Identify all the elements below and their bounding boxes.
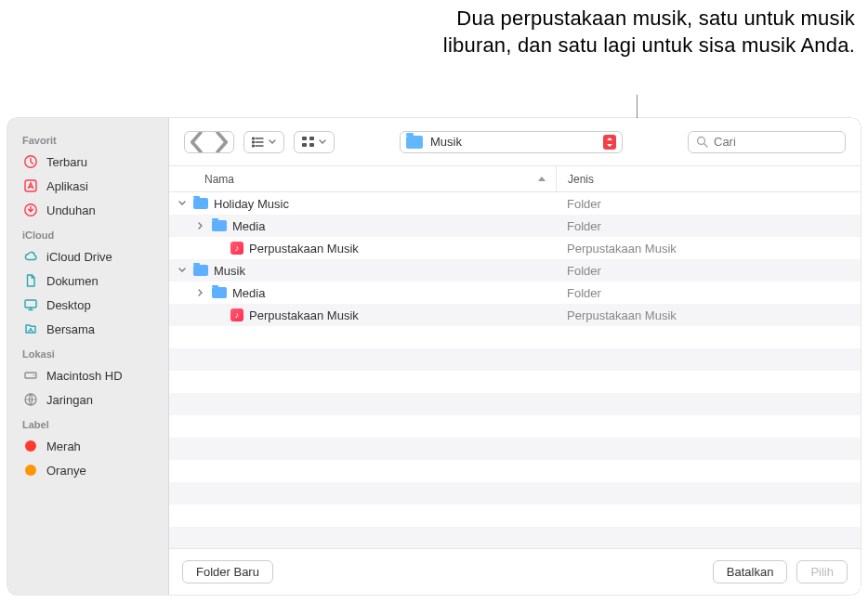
sidebar-item-label: Oranye xyxy=(46,464,86,478)
toolbar: Musik xyxy=(169,118,861,166)
svg-rect-3 xyxy=(25,300,36,308)
music-library-icon xyxy=(230,242,243,255)
download-icon xyxy=(22,202,39,218)
sidebar-item[interactable]: Desktop xyxy=(7,293,168,317)
file-name: Holiday Music xyxy=(214,197,289,211)
column-header-kind-label: Jenis xyxy=(568,173,594,186)
file-list: Holiday MusicFolderMediaFolder Perpustak… xyxy=(169,192,861,548)
hd-icon xyxy=(22,367,39,384)
file-row[interactable]: Perpustakaan MusikPerpustakaan Musik xyxy=(169,237,861,259)
forward-button[interactable] xyxy=(209,132,233,152)
sidebar-item[interactable]: Jaringan xyxy=(7,387,168,412)
sidebar-item-label: Jaringan xyxy=(46,393,93,407)
chevron-down-icon xyxy=(319,139,326,145)
sidebar-item[interactable]: Macintosh HD xyxy=(7,363,168,387)
search-input[interactable] xyxy=(714,135,861,149)
svg-point-12 xyxy=(253,141,255,143)
group-button[interactable] xyxy=(294,131,335,153)
svg-rect-15 xyxy=(309,137,314,140)
sidebar-item-label: Unduhan xyxy=(46,203,96,217)
sidebar-section-header: Lokasi xyxy=(7,341,168,363)
sidebar-item[interactable]: iCloud Drive xyxy=(7,244,168,269)
file-kind: Folder xyxy=(556,286,861,300)
file-row[interactable]: MusikFolder xyxy=(169,259,861,282)
svg-line-19 xyxy=(704,144,708,148)
svg-point-11 xyxy=(253,138,255,139)
file-name: Musik xyxy=(214,264,245,278)
folder-icon xyxy=(406,136,423,149)
location-label: Musik xyxy=(430,135,596,149)
dot xyxy=(22,438,39,454)
empty-row xyxy=(169,482,861,505)
disclosure-icon[interactable] xyxy=(178,267,188,274)
chevron-down-icon xyxy=(269,139,276,145)
globe-icon xyxy=(22,391,39,408)
list-icon xyxy=(252,137,265,148)
back-button[interactable] xyxy=(185,132,209,152)
empty-row xyxy=(169,326,861,348)
sidebar-item-label: Dokumen xyxy=(46,274,99,288)
doc-icon xyxy=(22,272,39,289)
empty-row xyxy=(169,438,861,460)
sidebar-item[interactable]: Bersama xyxy=(7,317,168,341)
column-header-name[interactable]: Nama xyxy=(169,173,556,186)
file-name: Perpustakaan Musik xyxy=(249,308,359,322)
empty-row xyxy=(169,460,861,482)
file-row[interactable]: Holiday MusicFolder xyxy=(169,192,861,215)
dot xyxy=(22,462,39,478)
choose-button[interactable]: Pilih xyxy=(796,560,848,583)
disclosure-icon xyxy=(216,310,225,321)
sidebar-item[interactable]: Terbaru xyxy=(7,150,168,174)
sidebar-item[interactable]: Unduhan xyxy=(7,198,168,222)
sidebar-item[interactable]: Aplikasi xyxy=(7,174,168,198)
file-row[interactable]: MediaFolder xyxy=(169,282,861,304)
folder-icon xyxy=(212,287,227,298)
file-kind: Folder xyxy=(556,219,861,233)
apps-icon xyxy=(22,177,39,194)
search-field[interactable] xyxy=(688,131,846,153)
disclosure-icon[interactable] xyxy=(197,289,206,296)
callout-text: Dua perpustakaan musik, satu untuk musik… xyxy=(409,6,855,59)
file-kind: Folder xyxy=(556,197,861,211)
sidebar-item-label: Macintosh HD xyxy=(46,369,123,383)
sidebar-item[interactable]: Dokumen xyxy=(7,269,168,293)
column-header-kind[interactable]: Jenis xyxy=(556,166,861,191)
cancel-button[interactable]: Batalkan xyxy=(713,560,788,583)
sidebar-item-label: Terbaru xyxy=(46,155,87,169)
sort-indicator-icon xyxy=(537,176,546,183)
file-name: Perpustakaan Musik xyxy=(249,242,359,256)
svg-rect-14 xyxy=(302,137,307,140)
sidebar-section-header: Favorit xyxy=(7,127,168,150)
columns-header: Nama Jenis xyxy=(169,166,861,192)
file-row[interactable]: Perpustakaan MusikPerpustakaan Musik xyxy=(169,304,861,326)
empty-row xyxy=(169,371,861,393)
file-kind: Folder xyxy=(556,264,861,278)
search-icon xyxy=(696,136,708,148)
grid-icon xyxy=(302,137,315,148)
cloud-icon xyxy=(22,248,39,265)
nav-back-forward xyxy=(184,131,234,153)
file-name: Media xyxy=(232,286,265,300)
sidebar-item[interactable]: Merah xyxy=(7,434,168,458)
sidebar-item-label: Merah xyxy=(46,439,81,453)
file-kind: Perpustakaan Musik xyxy=(556,308,861,322)
sidebar-item-label: Aplikasi xyxy=(46,179,88,193)
location-popup[interactable]: Musik xyxy=(400,131,623,153)
empty-row xyxy=(169,527,861,548)
sidebar: FavoritTerbaruAplikasiUnduhaniCloudiClou… xyxy=(7,118,169,595)
disclosure-icon[interactable] xyxy=(197,222,206,229)
svg-point-13 xyxy=(253,145,255,147)
folder-icon xyxy=(193,265,208,276)
file-row[interactable]: MediaFolder xyxy=(169,215,861,237)
svg-rect-17 xyxy=(309,143,314,147)
desktop-icon xyxy=(22,296,39,313)
svg-rect-16 xyxy=(302,143,307,147)
empty-row xyxy=(169,348,861,371)
new-folder-button[interactable]: Folder Baru xyxy=(182,560,273,583)
empty-row xyxy=(169,415,861,438)
view-mode-button[interactable] xyxy=(243,131,284,153)
sidebar-item[interactable]: Oranye xyxy=(7,458,168,482)
svg-point-6 xyxy=(33,374,35,376)
disclosure-icon[interactable] xyxy=(178,200,188,207)
file-kind: Perpustakaan Musik xyxy=(556,242,861,256)
